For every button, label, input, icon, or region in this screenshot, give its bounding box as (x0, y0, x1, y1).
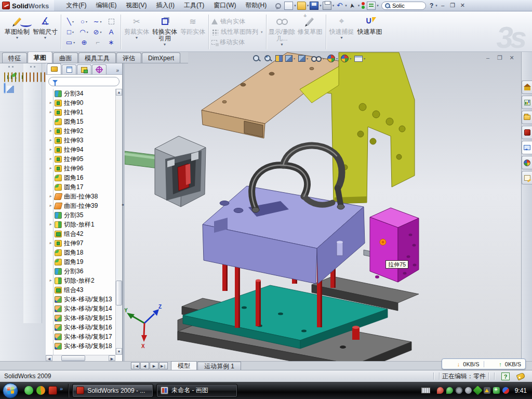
lofted-surface-tool-icon[interactable] (37, 72, 38, 82)
display-delete-dropdown[interactable]: ▼ (280, 43, 284, 47)
close-button[interactable]: ✕ (458, 2, 467, 9)
quick-launch-overflow-chevron[interactable]: » (60, 385, 63, 392)
tree-item[interactable]: 圆角15 (46, 117, 115, 126)
tree-item[interactable]: 拉伸94 (46, 145, 115, 154)
swept-surface-tool-icon[interactable] (33, 72, 34, 82)
tree-item[interactable]: 组合42 (46, 229, 115, 238)
restore-button[interactable]: ❐ (448, 2, 457, 9)
shell-tool-icon[interactable] (19, 72, 20, 82)
tree-item[interactable]: 组合43 (46, 285, 115, 295)
tray-security-alert-icon[interactable] (437, 387, 444, 394)
tags-icon[interactable] (516, 372, 525, 380)
doc-restore-button[interactable]: ❐ (495, 54, 505, 62)
help-dropdown[interactable]: ▾ (435, 4, 437, 8)
taskbar-item-paint[interactable]: 未命名 - 画图 (156, 384, 237, 397)
mirror-entities-button[interactable]: 镜向实体 (211, 17, 258, 26)
first-tab-button[interactable]: ❘◀ (131, 362, 140, 369)
search-icon[interactable] (384, 3, 391, 9)
design-library-tab[interactable] (522, 111, 532, 124)
minimize-button[interactable]: – (438, 2, 447, 9)
tree-item[interactable]: 拉伸93 (46, 136, 115, 145)
view-settings-button[interactable]: ▾ (354, 56, 366, 62)
sketch-fillet-tool-button[interactable]: ⌐ (91, 37, 104, 48)
tree-item[interactable]: 切除-放样1 (46, 220, 115, 229)
pattern-stack-dropdown[interactable]: ▾ (259, 12, 264, 51)
text-tool-button[interactable]: A (104, 27, 118, 37)
tree-item[interactable]: 切除-放样2 (46, 276, 115, 285)
spline-tool-button[interactable]: ∼▾ (91, 17, 104, 27)
circle-tool-button[interactable]: ○▾ (77, 17, 91, 27)
select-button[interactable]: ➤ (348, 1, 357, 11)
slot-tool-button[interactable]: ▭▾ (64, 37, 77, 48)
edit-appearance-button[interactable]: ▾ (327, 55, 338, 62)
extruded-surface-tool-icon[interactable] (26, 72, 27, 82)
graphics-viewport[interactable]: Y Z X + ▾ ▾ ▾ ▾ ▾ ▾ – ❐ ✕ 拉伸75 (125, 52, 521, 361)
display-style-button[interactable]: ▾ (298, 55, 309, 62)
tree-item[interactable]: 实体-移动/复制13 (46, 295, 115, 304)
fillet-tool-icon[interactable] (11, 72, 12, 82)
tree-item[interactable]: 拉伸97 (46, 238, 115, 248)
zoom-area-button[interactable]: + (264, 55, 273, 62)
toolbox-tab[interactable] (522, 126, 532, 139)
ellipse-tool-button[interactable]: ⊘▾ (91, 27, 104, 37)
open-button[interactable] (297, 2, 306, 10)
tree-horizontal-scrollbar[interactable]: ◀ ▶ (46, 355, 115, 361)
print-button[interactable] (323, 2, 331, 10)
instant3d-tool-icon[interactable] (4, 83, 5, 93)
rectangle-tool-button[interactable]: □▾ (64, 27, 77, 37)
tree-item[interactable]: 圆角18 (46, 248, 115, 257)
doc-minimize-button[interactable]: – (483, 54, 493, 62)
tree-item[interactable]: 实体-移动/复制17 (46, 332, 115, 341)
line-tool-button[interactable]: ╲▾ (64, 17, 77, 27)
linear-pattern-button[interactable]: 线性草图阵列 (211, 28, 258, 36)
motion-study-tab[interactable]: 运动算例 1 (197, 362, 241, 370)
quick-snaps-dropdown[interactable]: ▼ (340, 36, 343, 40)
save-button[interactable] (310, 2, 318, 10)
offset-surface-tool-icon[interactable] (44, 72, 45, 82)
select-dropdown[interactable]: ▾ (358, 4, 360, 8)
hide-show-items-button[interactable]: ▾ (311, 56, 325, 62)
tree-item[interactable]: 曲面-拉伸39 (46, 201, 115, 210)
pin-toolbar-icon[interactable] (274, 3, 281, 9)
tree-item[interactable]: 圆角16 (46, 173, 115, 182)
tab-mold-tools[interactable]: 模具工具 (78, 52, 116, 63)
boundary-surface-tool-icon[interactable] (41, 72, 42, 82)
selection-box-tool-button[interactable] (104, 17, 118, 27)
rebuild-button[interactable] (361, 2, 366, 10)
model-tab[interactable]: 模型 (171, 361, 197, 370)
menu-view[interactable]: 视图(V) (122, 0, 152, 11)
trim-dropdown[interactable]: ▼ (135, 36, 139, 40)
undo-dropdown[interactable]: ▾ (345, 4, 347, 8)
prev-tab-button[interactable]: ◀ (140, 362, 149, 369)
resources-tab[interactable] (522, 96, 532, 109)
scroll-left-button[interactable]: ◀ (46, 355, 52, 361)
start-button[interactable] (3, 383, 18, 398)
scroll-thumb[interactable] (116, 281, 122, 305)
print-dropdown[interactable]: ▾ (332, 4, 335, 8)
tab-dimxpert[interactable]: DimXpert (142, 52, 180, 63)
quick-tips-button[interactable]: ? (501, 373, 510, 380)
trim-entities-button[interactable]: ✂ 剪裁实体 ▼ (123, 12, 151, 51)
tray-network-warning-icon[interactable] (484, 387, 490, 394)
tree-item[interactable]: 曲面-拉伸38 (46, 192, 115, 201)
taskbar-item-solidworks[interactable]: SolidWorks 2009 - ... (72, 384, 153, 397)
tree-filter-box[interactable] (48, 77, 119, 86)
tray-sync-icon[interactable] (502, 387, 509, 394)
revolved-surface-tool-icon[interactable] (30, 72, 31, 82)
tree-item[interactable]: 实体-移动/复制14 (46, 304, 115, 313)
arc-tool-button[interactable]: ◠▾ (77, 27, 91, 37)
tree-item[interactable]: 圆角19 (46, 257, 115, 267)
panel-splitter[interactable] (123, 63, 125, 361)
quick-snaps-button[interactable]: ⌖ 快速捕捉 ▼ (328, 12, 356, 51)
last-tab-button[interactable]: ▶❘ (159, 362, 168, 369)
undo-button[interactable]: ↶ (335, 2, 344, 10)
tree-item[interactable]: 分割36 (46, 267, 115, 276)
input-method-icon[interactable] (421, 388, 430, 393)
display-delete-relations-button[interactable]: 显示/删除几... ▼ (268, 12, 296, 51)
tree-item[interactable]: 拉伸96 (46, 164, 115, 173)
scroll-down-button[interactable]: ▼ (116, 348, 122, 355)
tab-sketch[interactable]: 草图 (28, 51, 52, 63)
smart-dimension-button[interactable]: ∡ 智能尺寸 ▼ (31, 12, 59, 51)
quick-launch-solidworks-icon[interactable] (48, 386, 57, 395)
apply-scene-button[interactable]: ▾ (341, 55, 352, 62)
